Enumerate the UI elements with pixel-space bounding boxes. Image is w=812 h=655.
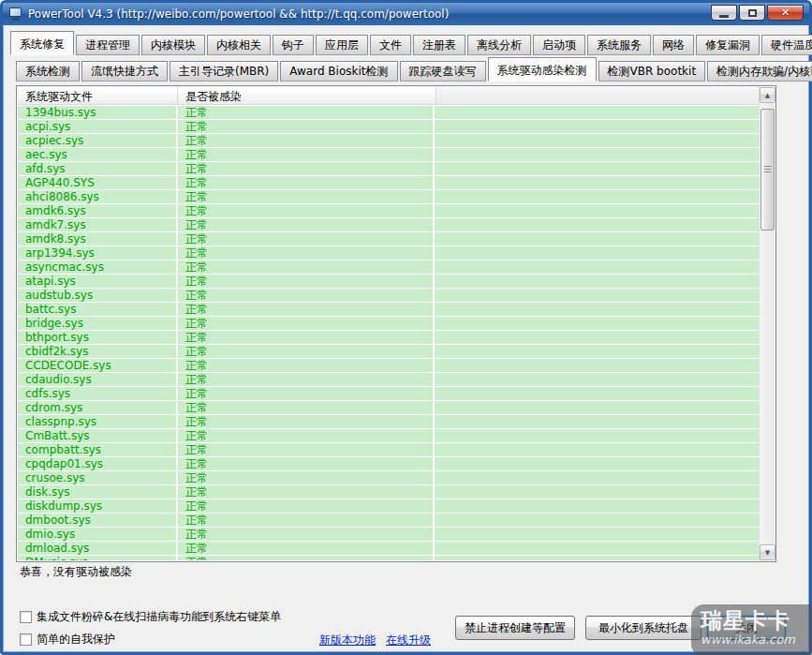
tabs-main-tab-13[interactable]: 硬件温度检测 (761, 35, 812, 55)
context-menu-checkbox-row[interactable]: 集成文件粉碎&在线扫描病毒功能到系统右键菜单 (20, 609, 281, 625)
driver-row[interactable]: CCDECODE.sys正常 (18, 359, 759, 373)
driver-file-cell: bridge.sys (18, 317, 178, 330)
scan-result-message: 恭喜，没有驱动被感染 (20, 564, 132, 580)
new-version-features-link[interactable]: 新版本功能 (319, 633, 376, 648)
tabs-main-tab-5[interactable]: 应用层 (316, 35, 368, 55)
scroll-up-icon: ▲ (765, 92, 770, 99)
driver-file-cell: cpqdap01.sys (18, 457, 178, 470)
self-protect-checkbox-row[interactable]: 简单的自我保护 (20, 632, 115, 648)
scroll-up-button[interactable]: ▲ (760, 87, 775, 103)
driver-row[interactable]: cpqdap01.sys正常 (18, 457, 759, 471)
close-dialog-button[interactable]: 关闭 (707, 616, 786, 640)
checkbox-icon[interactable] (20, 611, 32, 623)
forbid-process-create-button[interactable]: 禁止进程创建等配置 (455, 616, 575, 640)
column-header-driver-file[interactable]: 系统驱动文件 (18, 87, 178, 104)
tabs-sub-tab-2[interactable]: 主引导记录(MBR) (170, 61, 278, 82)
driver-row[interactable]: dmio.sys正常 (18, 528, 759, 542)
driver-row[interactable]: dmboot.sys正常 (18, 514, 759, 528)
tabs-main-tab-2[interactable]: 内核模块 (141, 35, 205, 55)
row-filler (435, 556, 759, 560)
driver-row[interactable]: cdaudio.sys正常 (18, 373, 759, 387)
driver-row[interactable]: amdk6.sys正常 (18, 204, 759, 218)
driver-row[interactable]: 1394bus.sys正常 (18, 106, 759, 120)
driver-row[interactable]: audstub.sys正常 (18, 289, 759, 303)
app-icon (8, 7, 23, 21)
checkbox-icon[interactable] (20, 633, 32, 646)
tabs-main-tab-10[interactable]: 系统服务 (587, 35, 651, 55)
tabs-sub-tab-0[interactable]: 系统检测 (16, 61, 80, 82)
tabs-main-tab-4[interactable]: 钩子 (273, 35, 314, 55)
driver-row[interactable]: disk.sys正常 (18, 485, 759, 499)
maximize-icon (748, 9, 757, 17)
infection-status-cell: 正常 (178, 134, 435, 147)
tabs-sub-tab-3[interactable]: Award Bioskit检测 (280, 61, 397, 82)
infection-status-cell: 正常 (178, 120, 435, 133)
row-filler (435, 471, 759, 484)
driver-row[interactable]: DMusic.sys正常 (18, 556, 759, 560)
driver-row[interactable]: arp1394.sys正常 (18, 246, 759, 261)
tabs-sub-tab-6[interactable]: 检测VBR bootkit (598, 61, 706, 82)
row-filler (435, 387, 759, 400)
driver-row[interactable]: dmload.sys正常 (18, 542, 759, 556)
column-header-infected[interactable]: 是否被感染 (178, 87, 436, 104)
driver-file-cell: CCDECODE.sys (18, 359, 178, 372)
vertical-scrollbar[interactable]: ▲ ▼ (759, 87, 775, 560)
driver-row[interactable]: bthport.sys正常 (18, 331, 759, 345)
tabs-sub-tab-7[interactable]: 检测内存欺骗/内核调试器 (707, 61, 812, 82)
row-filler (435, 120, 759, 133)
driver-file-cell: amdk7.sys (18, 218, 178, 231)
tabs-sub-tab-5[interactable]: 系统驱动感染检测 (488, 57, 597, 82)
driver-row[interactable]: bridge.sys正常 (18, 317, 759, 331)
driver-row[interactable]: afd.sys正常 (18, 162, 759, 176)
tabs-main-tab-11[interactable]: 网络 (653, 35, 694, 55)
driver-row[interactable]: amdk7.sys正常 (18, 218, 759, 232)
driver-file-cell: amdk6.sys (18, 204, 178, 217)
driver-file-cell: 1394bus.sys (18, 106, 178, 119)
driver-row[interactable]: ahci8086.sys正常 (18, 190, 759, 204)
tabs-main-tab-12[interactable]: 修复漏洞 (696, 35, 760, 55)
scrollbar-thumb[interactable] (760, 109, 775, 231)
tabs-sub-tab-4[interactable]: 跟踪硬盘读写 (400, 61, 486, 82)
driver-row[interactable]: atapi.sys正常 (18, 275, 759, 289)
driver-file-cell: afd.sys (18, 162, 178, 175)
driver-row[interactable]: cdfs.sys正常 (18, 387, 759, 401)
tabs-main-tab-3[interactable]: 内核相关 (207, 35, 271, 55)
online-upgrade-link[interactable]: 在线升级 (386, 633, 431, 648)
driver-row[interactable]: diskdump.sys正常 (18, 499, 759, 514)
driver-row[interactable]: cdrom.sys正常 (18, 401, 759, 415)
row-filler (435, 176, 759, 189)
driver-row[interactable]: compbatt.sys正常 (18, 443, 759, 457)
tabs-sub-tab-1[interactable]: 流氓快捷方式 (81, 61, 168, 82)
driver-row[interactable]: asyncmac.sys正常 (18, 261, 759, 275)
driver-file-cell: disk.sys (18, 485, 178, 499)
driver-file-cell: amdk8.sys (18, 232, 178, 246)
infection-status-cell: 正常 (178, 218, 435, 231)
tabs-main-tab-0[interactable]: 系统修复 (10, 31, 74, 55)
driver-row[interactable]: classpnp.sys正常 (18, 415, 759, 429)
driver-row[interactable]: acpiec.sys正常 (18, 134, 759, 148)
row-filler (435, 514, 759, 527)
driver-row[interactable]: amdk8.sys正常 (18, 232, 759, 246)
driver-row[interactable]: cbidf2k.sys正常 (18, 345, 759, 359)
tabs-main-tab-6[interactable]: 文件 (370, 35, 411, 55)
titlebar[interactable]: PowerTool V4.3 (http://weibo.com/powerto… (3, 3, 809, 25)
tabs-main-tab-9[interactable]: 启动项 (533, 35, 585, 55)
driver-file-cell: diskdump.sys (18, 499, 178, 513)
scroll-down-button[interactable]: ▼ (760, 544, 775, 560)
minimize-button[interactable] (711, 5, 737, 21)
driver-row[interactable]: crusoe.sys正常 (18, 471, 759, 485)
infection-status-cell: 正常 (178, 190, 435, 203)
maximize-button[interactable] (739, 5, 765, 21)
driver-row[interactable]: acpi.sys正常 (18, 120, 759, 134)
infection-status-cell: 正常 (178, 485, 435, 499)
driver-row[interactable]: aec.sys正常 (18, 148, 759, 162)
minimize-to-tray-button[interactable]: 最小化到系统托盘 (585, 616, 701, 640)
close-window-button[interactable]: ✕ (767, 5, 804, 21)
row-filler (435, 218, 759, 231)
tabs-main-tab-8[interactable]: 离线分析 (467, 35, 531, 55)
tabs-main-tab-1[interactable]: 进程管理 (76, 35, 140, 55)
tabs-main-tab-7[interactable]: 注册表 (413, 35, 465, 55)
driver-row[interactable]: battc.sys正常 (18, 303, 759, 317)
driver-row[interactable]: AGP440.SYS正常 (18, 176, 759, 190)
driver-row[interactable]: CmBatt.sys正常 (18, 429, 759, 443)
